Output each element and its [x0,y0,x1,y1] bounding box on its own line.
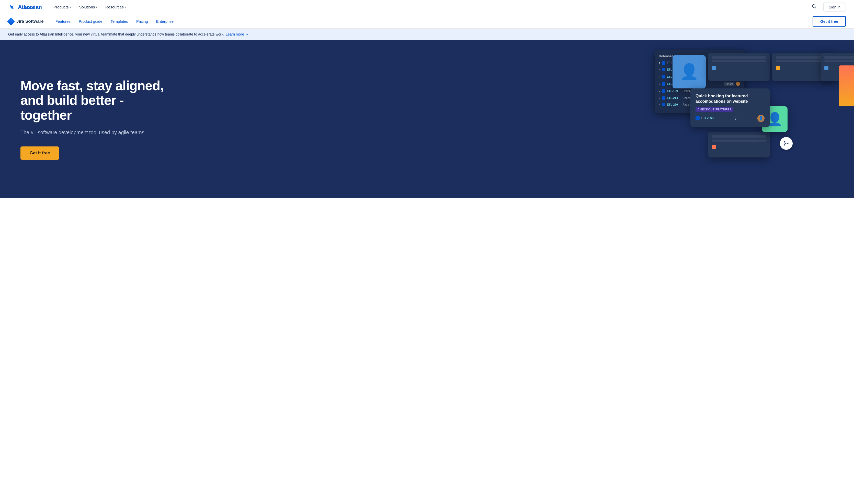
nav-solutions[interactable]: Solutions ▾ [76,3,101,11]
card-color-dot-circle-2 [782,66,786,70]
svg-line-1 [815,7,816,8]
hero-section: Move fast, stay aligned, and build bette… [0,40,854,198]
release-icon-169 [662,89,665,93]
hero-title: Move fast, stay aligned, and build bette… [20,78,169,122]
top-nav-links: Products ▾ Solutions ▾ Resources ▾ [50,3,130,11]
card-header-bar [712,56,766,59]
atlassian-logo-text: Atlassian [18,4,42,11]
chevron-down-icon: ▾ [70,6,71,8]
task-card-row2 [708,132,770,158]
hero-visual: 👤 [655,50,854,188]
etl-icon [695,116,699,120]
release-avatar-168 [736,82,740,86]
card-header-bar-3 [824,56,854,59]
booking-card-badge: CHECKOUT FEATURES [695,107,733,112]
release-icon-164 [662,68,665,71]
svg-point-4 [787,143,788,144]
decorative-orange-strip [839,66,854,106]
booking-card-footer: ETL-168 3 👤 [695,115,765,122]
avatar-card: 👤 [673,55,706,88]
hero-subtitle: The #1 software development tool used by… [20,129,169,136]
release-group-icon [662,61,665,65]
product-nav-features[interactable]: Features [52,17,74,25]
product-brand: Jira Software [8,19,44,24]
etl-id: ETL-168 [695,116,714,120]
jira-software-icon [7,17,15,25]
badge-todo-168: TO DO [724,82,734,86]
card-color-dot-circle-r2 [718,145,722,149]
card-color-dot-blue-2 [824,66,829,70]
product-nav-left: Jira Software Features Product guide Tem… [8,17,177,25]
booking-card-title: Quick booking for featured accomodations… [695,93,765,104]
product-nav-links: Features Product guide Templates Pricing… [52,17,177,25]
nav-resources[interactable]: Resources ▾ [102,3,130,11]
sign-in-button[interactable]: Sign in [823,3,846,12]
card-row [712,60,766,62]
svg-point-2 [784,141,785,143]
user-avatar-icon: 👤 [680,64,699,79]
banner-text: Get early access to Atlassian Intelligen… [8,32,224,36]
product-nav-product-guide[interactable]: Product guide [75,17,106,25]
hero-cta-button[interactable]: Get it free [20,146,59,160]
chevron-down-icon: ▾ [96,6,97,8]
nav-products[interactable]: Products ▾ [50,3,74,11]
booking-card: Quick booking for featured accomodations… [690,88,770,127]
search-icon [812,4,817,9]
atlassian-logo-icon [8,4,15,11]
announcement-banner: Get early access to Atlassian Intelligen… [0,29,854,40]
release-icon-166 [662,75,665,78]
card-row-r2 [712,140,766,142]
banner-learn-more-link[interactable]: Learn more → [226,32,249,36]
top-nav-right: Sign in [810,2,846,12]
release-icon-220 [662,103,665,106]
connector-dot [780,137,793,150]
card-color-dot-red [712,145,716,149]
hero-content: Move fast, stay aligned, and build bette… [20,78,169,160]
merge-icon [783,140,789,146]
search-button[interactable] [810,2,818,12]
card-color-dot-yellow [776,66,780,70]
expand-icon: ▾ [659,61,660,65]
product-nav-templates[interactable]: Templates [107,17,132,25]
release-icon-214 [662,96,665,100]
card-color-dot-circle-3 [831,66,835,70]
top-navigation: Atlassian Products ▾ Solutions ▾ Resourc… [0,0,854,14]
product-nav-enterprise[interactable]: Enterprise [152,17,177,25]
card-color-dot-circle [718,66,722,70]
issue-number: 3 [734,116,737,120]
product-nav-get-it-free-button[interactable]: Get it free [813,16,846,26]
product-navigation: Jira Software Features Product guide Tem… [0,14,854,29]
svg-point-3 [784,144,785,146]
card-row-3 [824,60,854,62]
product-brand-name: Jira Software [16,19,44,24]
atlassian-logo[interactable]: Atlassian [8,4,42,11]
task-card-1 [708,53,770,81]
top-nav-left: Atlassian Products ▾ Solutions ▾ Resourc… [8,3,130,11]
card-header-bar-r2 [712,135,766,138]
chevron-down-icon: ▾ [125,6,126,8]
product-nav-pricing[interactable]: Pricing [133,17,151,25]
assignee-avatar: 👤 [757,115,765,122]
release-icon-168 [662,82,665,86]
card-color-dot-blue [712,66,716,70]
